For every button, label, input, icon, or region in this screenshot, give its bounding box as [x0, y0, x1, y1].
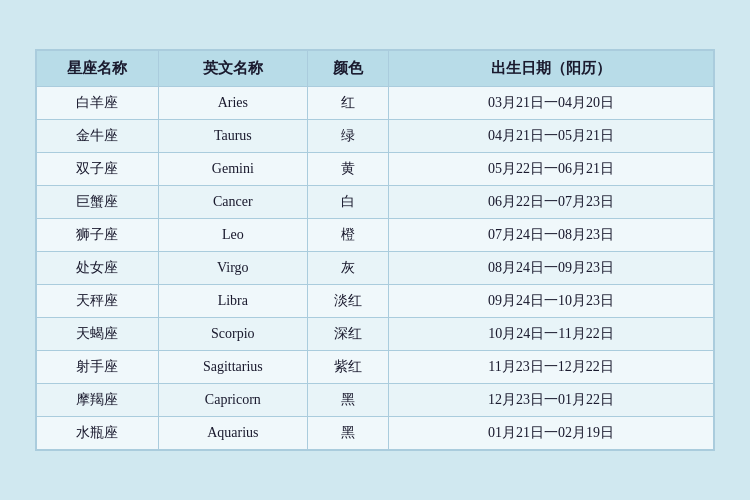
- cell-english: Cancer: [158, 186, 307, 219]
- table-body: 白羊座Aries红03月21日一04月20日金牛座Taurus绿04月21日一0…: [37, 87, 714, 450]
- cell-color: 深红: [307, 318, 388, 351]
- cell-chinese: 天秤座: [37, 285, 159, 318]
- cell-english: Virgo: [158, 252, 307, 285]
- cell-date: 08月24日一09月23日: [389, 252, 714, 285]
- cell-english: Scorpio: [158, 318, 307, 351]
- cell-date: 06月22日一07月23日: [389, 186, 714, 219]
- table-row: 天秤座Libra淡红09月24日一10月23日: [37, 285, 714, 318]
- cell-color: 橙: [307, 219, 388, 252]
- cell-color: 灰: [307, 252, 388, 285]
- table-row: 狮子座Leo橙07月24日一08月23日: [37, 219, 714, 252]
- table-row: 白羊座Aries红03月21日一04月20日: [37, 87, 714, 120]
- cell-chinese: 巨蟹座: [37, 186, 159, 219]
- cell-chinese: 金牛座: [37, 120, 159, 153]
- cell-chinese: 处女座: [37, 252, 159, 285]
- cell-date: 03月21日一04月20日: [389, 87, 714, 120]
- cell-color: 黑: [307, 417, 388, 450]
- header-color: 颜色: [307, 51, 388, 87]
- cell-chinese: 摩羯座: [37, 384, 159, 417]
- table-header-row: 星座名称 英文名称 颜色 出生日期（阳历）: [37, 51, 714, 87]
- zodiac-table: 星座名称 英文名称 颜色 出生日期（阳历） 白羊座Aries红03月21日一04…: [36, 50, 714, 450]
- table-row: 射手座Sagittarius紫红11月23日一12月22日: [37, 351, 714, 384]
- cell-date: 01月21日一02月19日: [389, 417, 714, 450]
- table-row: 天蝎座Scorpio深红10月24日一11月22日: [37, 318, 714, 351]
- cell-english: Taurus: [158, 120, 307, 153]
- cell-chinese: 白羊座: [37, 87, 159, 120]
- cell-chinese: 双子座: [37, 153, 159, 186]
- cell-color: 绿: [307, 120, 388, 153]
- cell-color: 淡红: [307, 285, 388, 318]
- cell-english: Sagittarius: [158, 351, 307, 384]
- cell-date: 10月24日一11月22日: [389, 318, 714, 351]
- cell-color: 红: [307, 87, 388, 120]
- table-row: 双子座Gemini黄05月22日一06月21日: [37, 153, 714, 186]
- cell-english: Capricorn: [158, 384, 307, 417]
- cell-color: 黄: [307, 153, 388, 186]
- table-row: 金牛座Taurus绿04月21日一05月21日: [37, 120, 714, 153]
- cell-date: 09月24日一10月23日: [389, 285, 714, 318]
- cell-date: 12月23日一01月22日: [389, 384, 714, 417]
- cell-color: 白: [307, 186, 388, 219]
- zodiac-table-container: 星座名称 英文名称 颜色 出生日期（阳历） 白羊座Aries红03月21日一04…: [35, 49, 715, 451]
- cell-english: Aquarius: [158, 417, 307, 450]
- cell-color: 紫红: [307, 351, 388, 384]
- table-row: 处女座Virgo灰08月24日一09月23日: [37, 252, 714, 285]
- cell-date: 11月23日一12月22日: [389, 351, 714, 384]
- header-english: 英文名称: [158, 51, 307, 87]
- header-date: 出生日期（阳历）: [389, 51, 714, 87]
- cell-english: Libra: [158, 285, 307, 318]
- cell-date: 04月21日一05月21日: [389, 120, 714, 153]
- cell-chinese: 射手座: [37, 351, 159, 384]
- cell-chinese: 水瓶座: [37, 417, 159, 450]
- cell-english: Aries: [158, 87, 307, 120]
- table-row: 水瓶座Aquarius黑01月21日一02月19日: [37, 417, 714, 450]
- cell-date: 05月22日一06月21日: [389, 153, 714, 186]
- table-row: 巨蟹座Cancer白06月22日一07月23日: [37, 186, 714, 219]
- cell-english: Leo: [158, 219, 307, 252]
- cell-chinese: 天蝎座: [37, 318, 159, 351]
- cell-english: Gemini: [158, 153, 307, 186]
- cell-chinese: 狮子座: [37, 219, 159, 252]
- cell-color: 黑: [307, 384, 388, 417]
- cell-date: 07月24日一08月23日: [389, 219, 714, 252]
- table-row: 摩羯座Capricorn黑12月23日一01月22日: [37, 384, 714, 417]
- header-chinese: 星座名称: [37, 51, 159, 87]
